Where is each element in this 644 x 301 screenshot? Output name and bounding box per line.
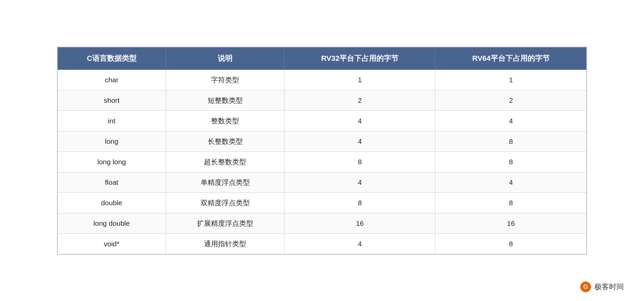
rv32-cell: 4 (284, 172, 435, 192)
header-col2: 说明 (166, 47, 284, 70)
desc-cell: 长整数类型 (166, 131, 284, 152)
rv32-cell: 16 (284, 213, 435, 233)
type-cell: long (57, 131, 166, 152)
desc-cell: 整数类型 (166, 111, 284, 131)
rv64-cell: 2 (435, 90, 587, 111)
table-row: float单精度浮点类型44 (57, 172, 587, 192)
rv64-cell: 4 (435, 172, 587, 192)
type-cell: long double (57, 213, 166, 233)
table-header-row: C语言数据类型 说明 RV32平台下占用的字节 RV64平台下占用的字节 (57, 47, 587, 70)
rv32-cell: 4 (284, 233, 435, 254)
table-row: int整数类型44 (57, 111, 587, 131)
type-cell: long long (57, 152, 166, 172)
rv32-cell: 8 (284, 152, 435, 172)
desc-cell: 字符类型 (166, 70, 284, 90)
desc-cell: 短整数类型 (166, 90, 284, 111)
rv64-cell: 16 (435, 213, 587, 233)
desc-cell: 通用指针类型 (166, 233, 284, 254)
table-row: long long超长整数类型88 (57, 152, 587, 172)
header-col3: RV32平台下占用的字节 (284, 47, 435, 70)
rv64-cell: 8 (435, 131, 587, 152)
brand-icon: G (580, 281, 592, 293)
rv32-cell: 1 (284, 70, 435, 90)
type-cell: double (57, 192, 166, 213)
desc-cell: 双精度浮点类型 (166, 192, 284, 213)
type-cell: int (57, 111, 166, 131)
rv32-cell: 4 (284, 131, 435, 152)
data-table: C语言数据类型 说明 RV32平台下占用的字节 RV64平台下占用的字节 cha… (57, 47, 587, 255)
type-cell: char (57, 70, 166, 90)
table-row: short短整数类型22 (57, 90, 587, 111)
table-row: char字符类型11 (57, 70, 587, 90)
table-row: double双精度浮点类型88 (57, 192, 587, 213)
rv64-cell: 8 (435, 152, 587, 172)
desc-cell: 单精度浮点类型 (166, 172, 284, 192)
table-body: char字符类型11short短整数类型22int整数类型44long长整数类型… (57, 70, 587, 254)
rv64-cell: 4 (435, 111, 587, 131)
rv32-cell: 2 (284, 90, 435, 111)
type-cell: void* (57, 233, 166, 254)
svg-text:G: G (583, 284, 588, 290)
table-row: long长整数类型48 (57, 131, 587, 152)
page-wrapper: C语言数据类型 说明 RV32平台下占用的字节 RV64平台下占用的字节 cha… (0, 0, 644, 301)
rv64-cell: 1 (435, 70, 587, 90)
rv32-cell: 8 (284, 192, 435, 213)
rv64-cell: 8 (435, 192, 587, 213)
desc-cell: 超长整数类型 (166, 152, 284, 172)
table-container: C语言数据类型 说明 RV32平台下占用的字节 RV64平台下占用的字节 cha… (57, 47, 587, 255)
brand-watermark: G 极客时间 (580, 281, 624, 293)
type-cell: float (57, 172, 166, 192)
table-row: void*通用指针类型48 (57, 233, 587, 254)
type-cell: short (57, 90, 166, 111)
header-col1: C语言数据类型 (57, 47, 166, 70)
rv32-cell: 4 (284, 111, 435, 131)
table-row: long double扩展精度浮点类型1616 (57, 213, 587, 233)
desc-cell: 扩展精度浮点类型 (166, 213, 284, 233)
brand-text: 极客时间 (594, 282, 624, 292)
rv64-cell: 8 (435, 233, 587, 254)
header-col4: RV64平台下占用的字节 (435, 47, 587, 70)
